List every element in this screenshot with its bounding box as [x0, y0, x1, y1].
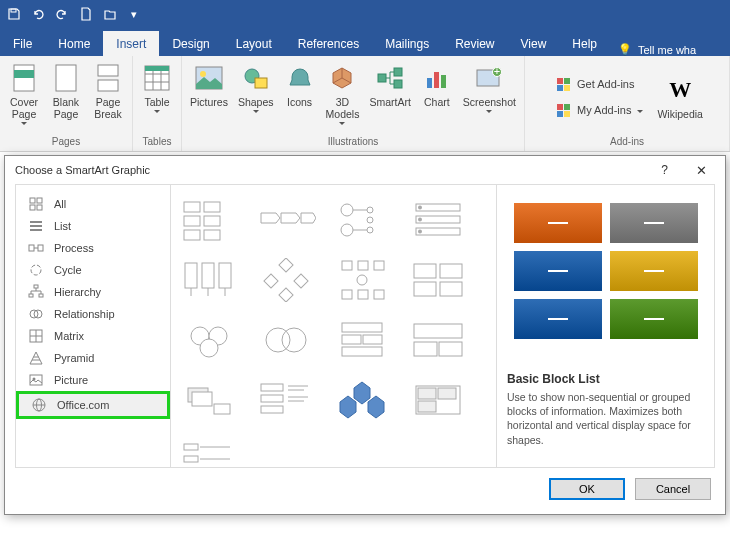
category-relationship[interactable]: Relationship — [16, 303, 170, 325]
tab-design[interactable]: Design — [159, 31, 222, 56]
smartart-thumb-8[interactable] — [177, 315, 243, 365]
open-icon[interactable] — [100, 4, 120, 24]
cancel-button[interactable]: Cancel — [635, 478, 711, 500]
category-label: Pyramid — [54, 352, 94, 364]
tab-references[interactable]: References — [285, 31, 372, 56]
blank-page-button[interactable]: Blank Page — [46, 60, 86, 122]
svg-rect-41 — [38, 245, 43, 251]
category-picture[interactable]: Picture — [16, 369, 170, 391]
group-label-pages: Pages — [52, 134, 80, 149]
ribbon-group-illustrations: Pictures Shapes Icons 3D Models SmartArt… — [182, 56, 525, 151]
svg-point-90 — [357, 275, 367, 285]
smartart-thumb-4[interactable] — [177, 255, 243, 305]
svg-point-67 — [367, 217, 373, 223]
category-label: List — [54, 220, 71, 232]
svg-rect-30 — [564, 104, 570, 110]
tab-layout[interactable]: Layout — [223, 31, 285, 56]
smartart-thumb-12[interactable] — [177, 375, 243, 425]
icons-button[interactable]: Icons — [280, 60, 320, 110]
svg-rect-112 — [261, 406, 283, 413]
svg-rect-62 — [184, 230, 200, 240]
group-label-illustrations: Illustrations — [328, 134, 379, 149]
new-document-icon[interactable] — [76, 4, 96, 24]
svg-rect-27 — [557, 85, 563, 91]
svg-rect-53 — [30, 375, 42, 385]
smartart-thumb-11[interactable] — [405, 315, 471, 365]
3d-models-button[interactable]: 3D Models — [322, 60, 364, 127]
smartart-thumb-9[interactable] — [253, 315, 319, 365]
smartart-thumb-13[interactable] — [253, 375, 319, 425]
category-label: Hierarchy — [54, 286, 101, 298]
undo-icon[interactable] — [28, 4, 48, 24]
svg-rect-21 — [441, 75, 446, 88]
svg-rect-0 — [11, 9, 16, 12]
redo-icon[interactable] — [52, 4, 72, 24]
smartart-thumb-0[interactable] — [177, 195, 243, 245]
shapes-button[interactable]: Shapes — [234, 60, 278, 115]
svg-rect-5 — [98, 80, 118, 91]
smartart-thumb-16[interactable] — [177, 435, 243, 467]
tab-home[interactable]: Home — [45, 31, 103, 56]
pyramid-icon — [28, 350, 44, 366]
smartart-thumb-14[interactable] — [329, 375, 395, 425]
tab-file[interactable]: File — [0, 31, 45, 56]
svg-rect-92 — [440, 264, 462, 278]
category-cycle[interactable]: Cycle — [16, 259, 170, 281]
smartart-thumb-2[interactable] — [329, 195, 395, 245]
preview-pane: Basic Block List Use to show non-sequent… — [496, 185, 714, 467]
process-icon — [28, 240, 44, 256]
svg-rect-17 — [394, 68, 402, 76]
svg-rect-43 — [34, 285, 38, 288]
category-all[interactable]: All — [16, 193, 170, 215]
table-button[interactable]: Table — [137, 60, 177, 115]
category-pyramid[interactable]: Pyramid — [16, 347, 170, 369]
smartart-thumb-7[interactable] — [405, 255, 471, 305]
category-hierarchy[interactable]: Hierarchy — [16, 281, 170, 303]
my-addins-button[interactable]: My Add-ins — [551, 100, 647, 120]
svg-rect-19 — [427, 78, 432, 88]
smartart-thumb-15[interactable] — [405, 375, 471, 425]
svg-point-76 — [418, 230, 422, 234]
svg-rect-58 — [184, 202, 200, 212]
wikipedia-button[interactable]: WWikipedia — [653, 72, 707, 122]
svg-point-97 — [200, 339, 218, 357]
tab-insert[interactable]: Insert — [103, 31, 159, 56]
get-addins-button[interactable]: Get Add-ins — [551, 74, 647, 94]
svg-rect-83 — [279, 288, 293, 302]
tell-me-search[interactable]: 💡Tell me wha — [610, 43, 704, 56]
category-matrix[interactable]: Matrix — [16, 325, 170, 347]
tab-review[interactable]: Review — [442, 31, 507, 56]
dialog-footer: OK Cancel — [5, 468, 725, 510]
customize-qat-icon[interactable]: ▾ — [124, 4, 144, 24]
category-globe[interactable]: Office.com — [16, 391, 170, 419]
save-icon[interactable] — [4, 4, 24, 24]
tab-help[interactable]: Help — [559, 31, 610, 56]
screenshot-button[interactable]: +Screenshot — [459, 60, 520, 115]
ribbon-tabs: File Home Insert Design Layout Reference… — [0, 28, 730, 56]
ok-button[interactable]: OK — [549, 478, 625, 500]
category-list[interactable]: List — [16, 215, 170, 237]
category-label: Picture — [54, 374, 88, 386]
chart-button[interactable]: Chart — [417, 60, 457, 110]
dialog-close-button[interactable]: ✕ — [688, 159, 715, 182]
cover-page-button[interactable]: Cover Page — [4, 60, 44, 127]
svg-rect-40 — [29, 245, 34, 251]
category-label: Cycle — [54, 264, 82, 276]
dialog-help-button[interactable]: ? — [657, 159, 672, 181]
page-break-button[interactable]: Page Break — [88, 60, 128, 122]
picture-icon — [28, 372, 44, 388]
smartart-thumb-10[interactable] — [329, 315, 395, 365]
tab-mailings[interactable]: Mailings — [372, 31, 442, 56]
tab-view[interactable]: View — [508, 31, 560, 56]
category-process[interactable]: Process — [16, 237, 170, 259]
svg-point-74 — [418, 206, 422, 210]
svg-point-42 — [31, 265, 41, 275]
smartart-thumb-3[interactable] — [405, 195, 471, 245]
smartart-thumb-1[interactable] — [253, 195, 319, 245]
preview-block-3 — [610, 251, 698, 291]
pictures-button[interactable]: Pictures — [186, 60, 232, 110]
smartart-thumb-6[interactable] — [329, 255, 395, 305]
category-list: AllListProcessCycleHierarchyRelationship… — [16, 185, 171, 467]
smartart-thumb-5[interactable] — [253, 255, 319, 305]
smartart-button[interactable]: SmartArt — [365, 60, 414, 110]
